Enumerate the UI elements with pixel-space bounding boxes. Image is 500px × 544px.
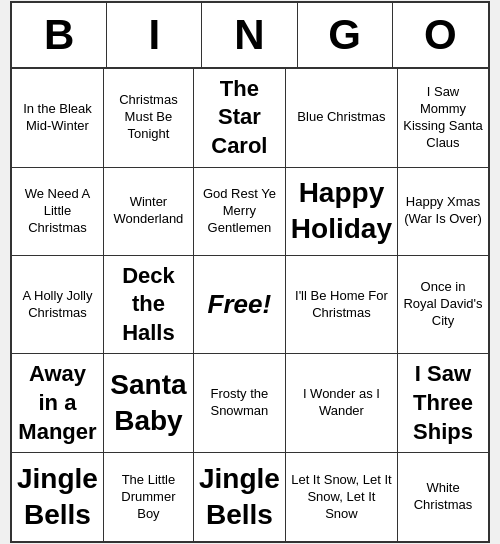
bingo-cell-13: I'll Be Home For Christmas	[286, 256, 398, 355]
bingo-cell-10: A Holly Jolly Christmas	[12, 256, 104, 355]
bingo-cell-16: Santa Baby	[104, 354, 194, 453]
bingo-cell-21: The Little Drummer Boy	[104, 453, 194, 541]
bingo-cell-22: Jingle Bells	[194, 453, 286, 541]
bingo-cell-0: In the Bleak Mid-Winter	[12, 69, 104, 168]
bingo-cell-3: Blue Christmas	[286, 69, 398, 168]
bingo-letter-g: G	[298, 3, 393, 67]
bingo-letter-b: B	[12, 3, 107, 67]
bingo-cell-2: The Star Carol	[194, 69, 286, 168]
bingo-cell-15: Away in a Manger	[12, 354, 104, 453]
bingo-cell-17: Frosty the Snowman	[194, 354, 286, 453]
bingo-cell-4: I Saw Mommy Kissing Santa Claus	[398, 69, 488, 168]
bingo-cell-20: Jingle Bells	[12, 453, 104, 541]
bingo-cell-11: Deck the Halls	[104, 256, 194, 355]
bingo-cell-7: God Rest Ye Merry Gentlemen	[194, 168, 286, 256]
bingo-cell-8: Happy Holiday	[286, 168, 398, 256]
bingo-cell-14: Once in Royal David's City	[398, 256, 488, 355]
bingo-cell-18: I Wonder as I Wander	[286, 354, 398, 453]
bingo-letter-n: N	[202, 3, 297, 67]
bingo-letter-o: O	[393, 3, 488, 67]
bingo-cell-19: I Saw Three Ships	[398, 354, 488, 453]
bingo-letter-i: I	[107, 3, 202, 67]
bingo-cell-24: White Christmas	[398, 453, 488, 541]
bingo-cell-5: We Need A Little Christmas	[12, 168, 104, 256]
bingo-cell-6: Winter Wonderland	[104, 168, 194, 256]
bingo-header: BINGO	[12, 3, 488, 69]
bingo-cell-1: Christmas Must Be Tonight	[104, 69, 194, 168]
bingo-cell-12: Free!	[194, 256, 286, 355]
bingo-card: BINGO In the Bleak Mid-WinterChristmas M…	[10, 1, 490, 543]
bingo-cell-23: Let It Snow, Let It Snow, Let It Snow	[286, 453, 398, 541]
bingo-grid: In the Bleak Mid-WinterChristmas Must Be…	[12, 69, 488, 541]
bingo-cell-9: Happy Xmas (War Is Over)	[398, 168, 488, 256]
